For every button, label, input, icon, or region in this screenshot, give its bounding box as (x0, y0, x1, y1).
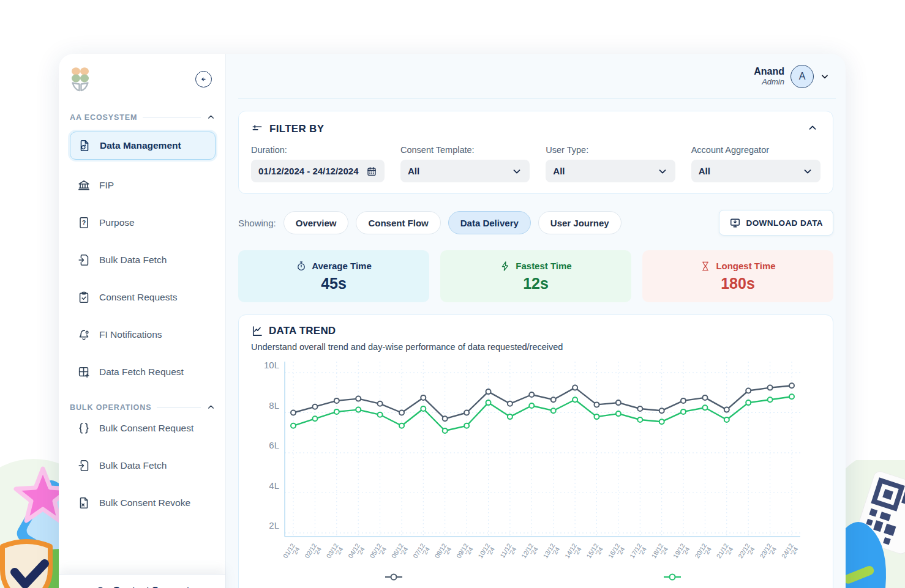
data-point[interactable] (768, 385, 773, 390)
data-point[interactable] (399, 411, 404, 415)
data-point[interactable] (421, 395, 426, 400)
data-point[interactable] (551, 397, 556, 402)
sidebar-item-label: Bulk Consent Revoke (99, 497, 190, 508)
sidebar-item-data-management[interactable]: Data Management (70, 132, 216, 160)
legend-item-lower-green-series[interactable] (664, 575, 681, 580)
data-point[interactable] (291, 411, 296, 415)
showing-label: Showing: (238, 218, 276, 228)
account-aggregator-select[interactable]: All (691, 160, 821, 182)
data-point[interactable] (312, 416, 317, 421)
data-point[interactable] (681, 398, 686, 403)
tab-consent-flow[interactable]: Consent Flow (356, 211, 440, 234)
chart-header: DATA TREND (251, 325, 821, 337)
download-icon (729, 217, 741, 229)
data-point[interactable] (334, 398, 339, 403)
user-identity: Anand Admin (754, 65, 784, 87)
tab-overview[interactable]: Overview (284, 211, 349, 234)
field-value: All (408, 166, 511, 176)
data-point[interactable] (724, 417, 729, 422)
data-point[interactable] (637, 417, 642, 422)
sidebar-item-consent-requests[interactable]: Consent Requests (70, 291, 216, 304)
data-point[interactable] (356, 408, 361, 412)
data-point[interactable] (616, 400, 621, 405)
sidebar-item-purpose[interactable]: ?Purpose (70, 216, 216, 229)
user-type-select[interactable]: All (546, 160, 675, 182)
user-name: Anand (754, 65, 784, 77)
x-tick-label: 12/12'24 (520, 542, 540, 563)
data-point[interactable] (378, 412, 383, 417)
tab-user-journey[interactable]: User Journey (538, 211, 621, 234)
duration-date-range[interactable]: 01/12/2024 - 24/12/2024 (251, 160, 385, 182)
data-point[interactable] (464, 411, 469, 415)
data-point[interactable] (486, 400, 491, 405)
filter-collapse-button[interactable] (805, 120, 821, 138)
sidebar-collapse-button[interactable] (195, 71, 212, 87)
data-point[interactable] (399, 423, 404, 428)
contact-support-button[interactable]: Contact Support (59, 574, 225, 588)
sidebar-item-bulk-data-fetch[interactable]: Bulk Data Fetch (70, 459, 216, 472)
data-point[interactable] (637, 406, 642, 411)
section-collapse-button[interactable] (206, 403, 216, 412)
sidebar-item-fip[interactable]: FIP (70, 179, 216, 192)
data-point[interactable] (508, 401, 513, 406)
user-profile-menu[interactable]: Anand Admin A (754, 65, 830, 88)
data-point[interactable] (595, 402, 599, 407)
data-point[interactable] (724, 408, 729, 412)
data-point[interactable] (312, 404, 317, 409)
y-tick-label: 8L (269, 400, 279, 411)
data-point[interactable] (529, 392, 534, 397)
stats-row: Average Time45sFastest Time12sLongest Ti… (238, 250, 833, 302)
data-point[interactable] (746, 389, 751, 393)
data-point[interactable] (681, 409, 686, 414)
data-point[interactable] (768, 397, 773, 402)
sidebar-item-bulk-data-fetch[interactable]: Bulk Data Fetch (70, 253, 216, 267)
consent-template-select[interactable]: All (400, 160, 530, 182)
data-point[interactable] (573, 385, 577, 390)
filter-icon (251, 123, 263, 135)
sidebar-item-bulk-consent-request[interactable]: Bulk Consent Request (70, 422, 216, 435)
clipboard-check-icon (77, 291, 91, 304)
document-x-icon (77, 496, 91, 510)
trend-chart: 10L8L6L4L2L01/12'2402/12'2403/12'2404/12… (251, 354, 821, 588)
data-point[interactable] (659, 419, 664, 424)
data-point[interactable] (334, 409, 339, 414)
data-point[interactable] (464, 423, 469, 428)
sidebar-item-fi-notifications[interactable]: FI Notifications (70, 328, 216, 341)
filter-field-account-aggregator: Account AggregatorAll (691, 145, 821, 182)
sidebar-item-bulk-consent-revoke[interactable]: Bulk Consent Revoke (70, 496, 216, 510)
data-point[interactable] (595, 414, 599, 419)
data-point[interactable] (291, 423, 296, 428)
sidebar-item-data-fetch-request[interactable]: Data Fetch Request (70, 365, 216, 379)
data-point[interactable] (789, 383, 794, 388)
topbar: Anand Admin A (226, 54, 846, 99)
download-data-button[interactable]: DOWNLOAD DATA (719, 210, 833, 236)
data-point[interactable] (702, 405, 707, 410)
sidebar-item-label: Consent Requests (99, 292, 178, 303)
filter-field-duration: Duration:01/12/2024 - 24/12/2024 (251, 145, 385, 182)
data-point[interactable] (378, 401, 383, 406)
stat-card-longest-time: Longest Time180s (642, 250, 833, 302)
nav-section-header-aa-ecosystem: AA ECOSYSTEM (70, 113, 216, 122)
data-point[interactable] (508, 414, 513, 419)
data-point[interactable] (702, 395, 707, 400)
data-point[interactable] (486, 389, 491, 394)
data-point[interactable] (356, 396, 361, 401)
legend-item-upper-dark-series[interactable] (385, 575, 402, 580)
section-collapse-button[interactable] (206, 113, 216, 122)
field-label: User Type: (546, 145, 675, 155)
data-point[interactable] (551, 408, 556, 413)
field-label: Duration: (251, 145, 385, 155)
data-point[interactable] (529, 403, 534, 408)
filter-title: FILTER BY (269, 123, 324, 135)
data-point[interactable] (443, 416, 448, 421)
data-point[interactable] (789, 394, 794, 399)
data-point[interactable] (573, 397, 577, 402)
tab-data-delivery[interactable]: Data Delivery (448, 211, 531, 234)
data-point[interactable] (421, 406, 426, 411)
download-label: DOWNLOAD DATA (746, 218, 823, 228)
stat-label-row: Fastest Time (500, 261, 571, 272)
data-point[interactable] (746, 400, 751, 405)
data-point[interactable] (616, 411, 621, 416)
data-point[interactable] (659, 408, 664, 413)
data-point[interactable] (443, 428, 448, 433)
